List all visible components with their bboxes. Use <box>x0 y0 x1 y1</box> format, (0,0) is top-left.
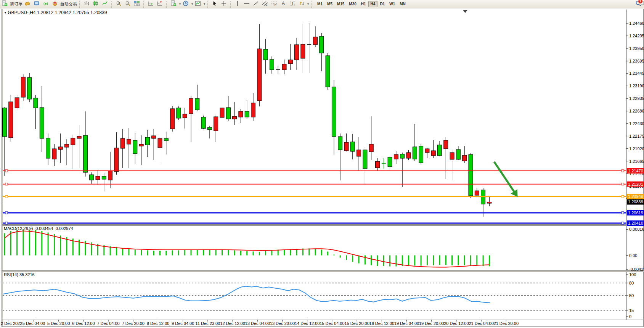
textT-icon: T <box>291 1 297 7</box>
fibo-icon: F <box>272 1 278 7</box>
svg-text:A: A <box>282 1 285 6</box>
candle-chart-button[interactable] <box>92 0 101 8</box>
candle-body <box>114 148 119 172</box>
timeframe-button-w1[interactable]: W1 <box>387 1 397 7</box>
text-label-button[interactable]: T <box>289 0 298 8</box>
macd-tick-label: 0.00 <box>629 253 637 258</box>
bars-icon <box>85 1 91 7</box>
date-label: 7 Dec 04:00 <box>97 321 119 326</box>
candle-body <box>9 102 13 138</box>
text-button[interactable]: A <box>280 0 289 8</box>
candle-body <box>438 145 442 156</box>
candle-body <box>96 176 100 180</box>
candle-body <box>376 161 380 168</box>
candle-body <box>139 144 143 146</box>
candle-body <box>463 155 467 161</box>
signals-button[interactable] <box>42 0 51 8</box>
line-chart-button[interactable] <box>101 0 111 8</box>
date-label: 21 Dec 20:00 <box>494 321 519 326</box>
cursor-button[interactable] <box>211 0 220 8</box>
candle-body <box>83 135 87 172</box>
vline-button[interactable] <box>234 0 243 8</box>
line-handle[interactable] <box>5 212 8 214</box>
notifications-button[interactable]: 1 <box>638 0 641 8</box>
tile-windows-button[interactable] <box>133 0 143 8</box>
timeframe-button-m5[interactable]: M5 <box>325 1 335 7</box>
candle-body <box>475 191 479 195</box>
cursor-icon <box>213 1 219 7</box>
auto-scroll-button[interactable] <box>147 0 156 8</box>
line-handle[interactable] <box>5 183 8 185</box>
line-handle[interactable] <box>622 170 624 172</box>
price-tick-label: 1.23695 <box>629 59 644 63</box>
gold-icon <box>26 1 32 7</box>
price-tick-label: 1.22680 <box>629 109 644 113</box>
line-handle[interactable] <box>622 195 624 198</box>
autoscroll-icon <box>149 1 155 7</box>
ticket-button[interactable] <box>24 0 33 8</box>
zoom-in-button[interactable] <box>115 0 124 8</box>
market-watch-button[interactable] <box>33 0 42 8</box>
candle-body <box>332 87 336 137</box>
chart-window-frame <box>2 9 644 327</box>
candle-body <box>344 142 348 151</box>
candle-body <box>257 49 262 101</box>
timeframe-button-d1[interactable]: D1 <box>377 1 387 7</box>
chart-shift-button[interactable] <box>156 0 165 8</box>
chevron-down-icon[interactable]: ▾ <box>204 2 205 6</box>
chevron-down-icon[interactable]: ▾ <box>307 2 309 6</box>
timeframe-button-m1[interactable]: M1 <box>315 1 325 7</box>
timeframe-button-h1[interactable]: H1 <box>359 1 368 7</box>
timeframe-button-m30[interactable]: M30 <box>347 1 358 7</box>
candle-body <box>145 137 149 145</box>
chart-menu-icon[interactable]: ▼ <box>4 11 8 14</box>
autotrade-icon <box>53 1 59 7</box>
line-handle[interactable] <box>5 222 8 224</box>
candle-body <box>58 147 63 150</box>
candle-body <box>27 77 32 99</box>
tline-icon <box>254 1 260 7</box>
candle-body <box>120 138 125 148</box>
date-label: 13 Dec 04:00 <box>245 321 270 326</box>
timeframe-button-m15[interactable]: M15 <box>335 1 347 7</box>
macd-tick-label: -0.004392 <box>629 267 644 272</box>
fibonacci-button[interactable]: F <box>271 0 280 8</box>
channel-button[interactable]: E <box>262 0 271 8</box>
date-label: 5 Dec 20:00 <box>47 321 70 326</box>
hline-button[interactable] <box>243 0 252 8</box>
candle-body <box>52 149 56 159</box>
hline-icon <box>245 1 251 7</box>
new-chart-button[interactable]: ▾ <box>170 0 182 8</box>
timeframe-button-h4[interactable]: H4 <box>368 1 378 7</box>
periods-button[interactable]: ▾ <box>182 0 194 8</box>
price-tick-label: 1.22175 <box>629 134 644 138</box>
date-label: 16 Dec 12:00 <box>369 321 394 326</box>
toolbar-separator <box>311 1 314 8</box>
linechart-icon <box>103 1 109 7</box>
line-handle[interactable] <box>622 212 624 214</box>
candle-body <box>170 109 175 129</box>
search-button[interactable] <box>635 0 638 8</box>
templates-button[interactable]: ▾ <box>194 0 207 8</box>
arrows-button[interactable]: ▾ <box>298 0 310 8</box>
line-handle[interactable] <box>5 170 8 172</box>
toolbar-separator <box>111 1 114 8</box>
crosshair-button[interactable] <box>220 0 230 8</box>
bar-chart-button[interactable] <box>83 0 92 8</box>
chevron-down-icon[interactable]: ▾ <box>191 2 193 6</box>
notification-badge: 1 <box>638 0 642 3</box>
line-handle[interactable] <box>622 183 624 185</box>
chartshift-icon <box>158 1 164 7</box>
candle-body <box>444 140 448 149</box>
new-order-button[interactable]: 新订单 <box>1 0 24 8</box>
line-handle[interactable] <box>622 222 624 224</box>
candle-body <box>394 154 398 159</box>
autotrade-button[interactable]: 自动交易 <box>51 0 79 8</box>
trendline-button[interactable] <box>252 0 262 8</box>
rsi-label: RSI(14) 35.3216 <box>4 272 35 277</box>
zoom-out-button[interactable] <box>124 0 133 8</box>
timeframe-button-mn[interactable]: MN <box>397 1 408 7</box>
date-label: 19 Dec 04:00 <box>394 321 419 326</box>
chevron-down-icon[interactable]: ▾ <box>179 2 181 6</box>
line-handle[interactable] <box>5 195 8 198</box>
